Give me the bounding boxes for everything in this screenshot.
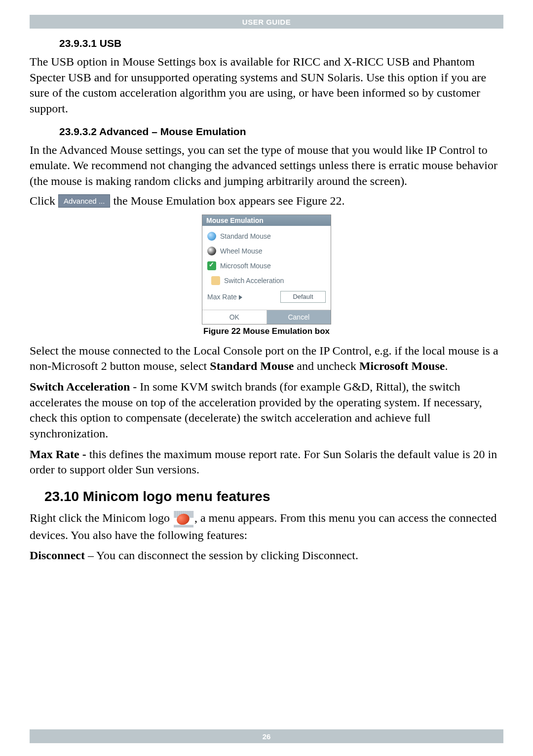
option-wheel-mouse[interactable]: Wheel Mouse [206,244,327,258]
click-text-after: the Mouse Emulation box appears see Figu… [113,194,344,208]
wheel-mouse-icon [207,247,216,255]
paragraph-logo-instruction: Right click the Minicom logo , a menu ap… [30,510,503,543]
triangle-icon [239,295,242,300]
heading-advanced: 23.9.3.2 Advanced – Mouse Emulation [59,126,503,138]
max-rate-value[interactable]: Default [280,291,326,303]
heading-minicom-logo: 23.10 Minicom logo menu features [44,489,503,504]
mouse-emulation-dialog: Mouse Emulation Standard Mouse Wheel Mou… [202,215,331,324]
switch-acceleration-icon [211,276,220,285]
max-rate-label: Max Rate [207,293,242,301]
header-title: USER GUIDE [242,18,291,26]
paragraph-max-rate: Max Rate - this defines the maximum mous… [30,447,503,478]
cancel-button[interactable]: Cancel [267,310,331,324]
option-standard-label: Standard Mouse [220,232,271,240]
click-instruction: Click Advanced ... the Mouse Emulation b… [30,194,503,208]
click-text-before: Click [30,194,55,208]
paragraph-advanced: In the Advanced Mouse settings, you can … [30,143,503,189]
option-switch-label: Switch Acceleration [224,277,284,285]
dialog-title: Mouse Emulation [202,215,331,226]
minicom-logo-icon[interactable] [174,511,193,528]
microsoft-mouse-icon [207,261,216,270]
option-wheel-label: Wheel Mouse [220,247,263,255]
standard-mouse-icon [207,232,216,241]
paragraph-usb: The USB option in Mouse Settings box is … [30,54,503,117]
header-bar: USER GUIDE [30,15,503,29]
advanced-button[interactable]: Advanced ... [58,194,110,208]
mouse-emulation-figure: Mouse Emulation Standard Mouse Wheel Mou… [30,215,503,324]
max-rate-row: Max Rate Default [206,288,327,308]
option-standard-mouse[interactable]: Standard Mouse [206,229,327,244]
figure-caption: Figure 22 Mouse Emulation box [30,326,503,336]
option-microsoft-mouse[interactable]: Microsoft Mouse [206,258,327,273]
footer-bar: 26 [30,729,503,743]
option-ms-label: Microsoft Mouse [220,262,271,270]
ok-button[interactable]: OK [202,310,267,324]
heading-usb: 23.9.3.1 USB [59,37,503,49]
option-switch-acceleration[interactable]: Switch Acceleration [206,273,327,288]
paragraph-disconnect: Disconnect – You can disconnect the sess… [30,548,503,564]
paragraph-select-mouse: Select the mouse connected to the Local … [30,343,503,374]
page-number: 26 [263,732,271,741]
paragraph-switch-acceleration: Switch Acceleration - In some KVM switch… [30,379,503,442]
